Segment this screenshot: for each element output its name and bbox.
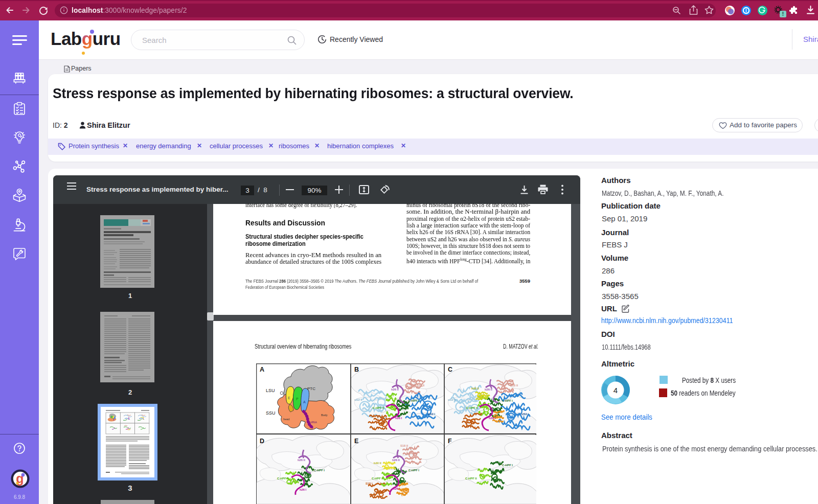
svg-text:B: B	[354, 366, 359, 373]
svg-text:mRNA: mRNA	[309, 421, 317, 424]
svg-text:h40 II: h40 II	[471, 387, 479, 390]
svg-text:head: head	[283, 418, 289, 421]
svg-text:C-HPF II: C-HPF II	[372, 477, 383, 480]
svg-text:E: E	[288, 396, 290, 400]
svg-text:h26 I: h26 I	[489, 417, 496, 420]
svg-text:E: E	[354, 438, 358, 445]
svg-text:P: P	[296, 397, 299, 401]
svg-text:S18 II: S18 II	[510, 384, 518, 387]
svg-text:C-HPF I: C-HPF I	[408, 399, 419, 402]
svg-text:uS2 II: uS2 II	[354, 398, 362, 401]
svg-text:C-HPF I: C-HPF I	[502, 399, 513, 402]
svg-text:h26 I: h26 I	[395, 417, 402, 420]
svg-text:C-HPF I: C-HPF I	[408, 469, 419, 472]
svg-text:C-HPF II: C-HPF II	[277, 477, 289, 480]
svg-text:h40 I: h40 I	[402, 490, 410, 493]
svg-text:S18 I: S18 I	[366, 482, 373, 485]
svg-text:h26 II: h26 II	[298, 459, 305, 462]
svg-text:C: C	[448, 366, 452, 373]
svg-text:Body: Body	[321, 414, 328, 417]
svg-text:A: A	[303, 400, 306, 404]
svg-text:A: A	[260, 366, 264, 373]
svg-text:C-HPF I: C-HPF I	[314, 469, 325, 472]
svg-text:C-HPF II: C-HPF II	[465, 477, 477, 480]
svg-text:C-HPF II: C-HPF II	[466, 406, 478, 409]
svg-text:h26 II: h26 II	[392, 459, 400, 462]
svg-text:C-HPF II: C-HPF II	[373, 406, 384, 409]
svg-text:h26 I: h26 I	[393, 487, 400, 490]
svg-text:D: D	[260, 438, 264, 445]
svg-text:uS2 I: uS2 I	[521, 413, 529, 416]
svg-text:SSU: SSU	[266, 410, 276, 416]
svg-text:h26 II: h26 II	[391, 388, 399, 391]
svg-text:h26 I: h26 I	[300, 488, 307, 491]
svg-text:F: F	[448, 438, 452, 445]
svg-text:!: !	[782, 11, 784, 17]
svg-text:C-HPF I: C-HPF I	[502, 464, 513, 467]
svg-text:LSU: LSU	[266, 388, 275, 393]
svg-text:4: 4	[614, 386, 618, 395]
svg-text:uS2 I: uS2 I	[428, 413, 435, 416]
svg-text:PTC: PTC	[307, 386, 315, 391]
svg-text:h40 II: h40 II	[374, 462, 381, 465]
svg-text:S18 II: S18 II	[417, 384, 425, 387]
svg-text:uS2 II: uS2 II	[448, 398, 456, 401]
svg-text:h26 II: h26 II	[485, 388, 492, 391]
svg-text:h40 I: h40 I	[495, 416, 502, 419]
svg-text:S18 II: S18 II	[400, 444, 408, 447]
